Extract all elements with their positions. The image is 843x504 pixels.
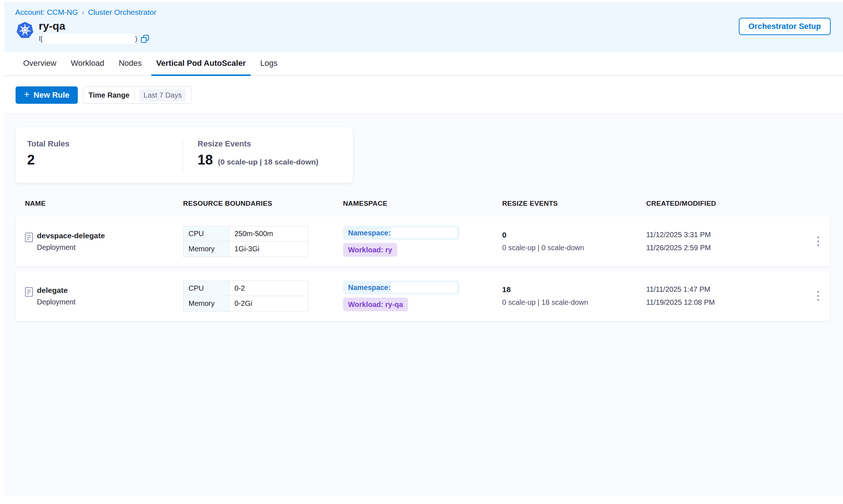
total-rules-label: Total Rules [27,139,183,149]
kubernetes-icon [16,21,34,39]
table-row[interactable]: delegate Deployment CPU 0-2 Memory 0-2Gi… [16,271,830,321]
redacted-namespace-value [391,227,457,238]
resource-boundaries-table: CPU 0-2 Memory 0-2Gi [183,281,308,312]
tab-workload[interactable]: Workload [66,52,110,76]
cluster-id-line: I[ ) [39,34,149,44]
cluster-id-prefix: I[ [39,35,43,43]
cpu-boundary-value: 0-2 [229,281,308,296]
tab-overview[interactable]: Overview [18,52,62,76]
modified-timestamp: 11/19/2025 12:08 PM [646,298,807,307]
resize-events-breakdown: 0 scale-up | 18 scale-down [502,298,646,307]
table-row[interactable]: devspace-delegate Deployment CPU 250m-50… [16,216,830,266]
memory-boundary-value: 1Gi-3Gi [229,242,308,257]
column-header-resource-boundaries: RESOURCE BOUNDARIES [183,200,343,208]
time-range-selector[interactable]: Time Range Last 7 Days [83,86,192,104]
redacted-id-value [43,34,134,44]
resize-events-count: 0 [502,231,646,239]
memory-label: Memory [183,296,229,311]
toolbar: + New Rule Time Range Last 7 Days [4,76,843,114]
rule-type: Deployment [37,243,105,252]
cluster-title-row: ry-qa I[ ) [16,20,843,44]
rule-name: delegate [37,286,76,295]
created-timestamp: 11/12/2025 3:31 PM [646,231,807,239]
rule-file-icon [25,232,33,244]
summary-card: Total Rules 2 Resize Events 18 (0 scale-… [16,127,353,183]
cluster-orchestrator-page: Account: CCM-NG › Cluster Orchestrator [0,2,843,504]
tab-nodes[interactable]: Nodes [114,52,147,76]
modified-timestamp: 11/26/2025 2:59 PM [646,244,807,252]
plus-icon: + [24,90,30,101]
total-rules-value: 2 [27,153,35,167]
kebab-menu-icon[interactable] [814,234,822,249]
kebab-menu-icon[interactable] [814,288,822,304]
chevron-right-icon: › [82,8,84,17]
memory-boundary-value: 0-2Gi [229,296,308,311]
total-rules-stat: Total Rules 2 [16,127,183,183]
resize-events-detail: (0 scale-up | 18 scale-down) [218,158,318,166]
breadcrumb-account-link[interactable]: Account: CCM-NG [15,8,78,17]
resize-events-label: Resize Events [198,139,318,149]
resize-events-count: 18 [502,285,646,294]
resize-events-value: 18 [198,153,213,167]
rules-table-header: NAME RESOURCE BOUNDARIES NAMESPACE RESIZ… [16,200,843,208]
rule-type: Deployment [37,298,76,306]
new-rule-button[interactable]: + New Rule [16,86,78,104]
workload-tag: Workload: ry-qa [343,298,408,311]
column-header-namespace: NAMESPACE [343,200,502,208]
column-header-created-modified: CREATED/MODIFIED [646,200,807,208]
breadcrumb-cluster-orchestrator-link[interactable]: Cluster Orchestrator [88,8,156,17]
created-timestamp: 11/11/2025 1:47 PM [646,285,807,294]
orchestrator-setup-button[interactable]: Orchestrator Setup [739,18,831,35]
namespace-tag: Namespace: l [343,281,459,294]
column-header-name: NAME [16,200,183,208]
column-header-resize-events: RESIZE EVENTS [502,200,646,208]
tab-vertical-pod-autoscaler[interactable]: Vertical Pod AutoScaler [151,52,251,76]
breadcrumb: Account: CCM-NG › Cluster Orchestrator [15,8,843,17]
cpu-label: CPU [183,226,229,242]
time-range-value: Last 7 Days [139,89,186,102]
resource-boundaries-table: CPU 250m-500m Memory 1Gi-3Gi [183,226,308,257]
workload-tag: Workload: ry [343,243,397,257]
resize-events-breakdown: 0 scale-up | 0 scale-down [502,244,646,252]
cluster-id-suffix: ) [135,35,137,43]
cpu-boundary-value: 250m-500m [229,226,308,242]
copy-icon[interactable] [141,35,149,43]
rule-file-icon [25,287,33,298]
page-title: ry-qa [39,20,149,32]
tab-bar: Overview Workload Nodes Vertical Pod Aut… [4,52,843,76]
redacted-namespace-value [391,282,457,293]
rule-name: devspace-delegate [37,231,105,240]
namespace-tag: Namespace: l [343,226,459,240]
resize-events-stat: Resize Events 18 (0 scale-up | 18 scale-… [183,127,318,183]
tab-logs[interactable]: Logs [255,52,283,76]
memory-label: Memory [183,242,229,257]
vpa-content-area: Total Rules 2 Resize Events 18 (0 scale-… [4,114,843,496]
page-header: Account: CCM-NG › Cluster Orchestrator [4,2,843,52]
cpu-label: CPU [183,281,229,296]
time-range-divider [134,90,135,100]
new-rule-button-label: New Rule [34,90,69,100]
time-range-label: Time Range [89,91,130,99]
